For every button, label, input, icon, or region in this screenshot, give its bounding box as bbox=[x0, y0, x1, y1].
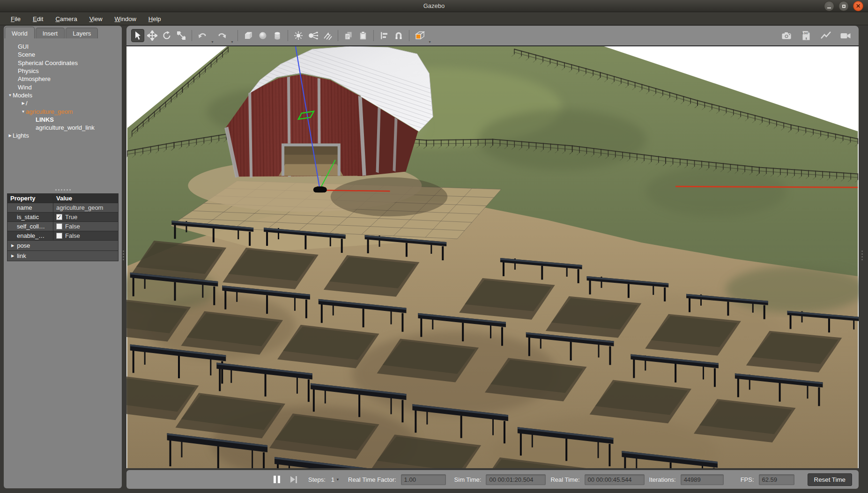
world-tree: GUI Scene Spherical Coordinates Physics … bbox=[4, 38, 122, 140]
rtf-field[interactable]: 1.00 bbox=[401, 474, 446, 485]
property-row-name: name agriculture_geom bbox=[7, 203, 118, 213]
cylinder-icon bbox=[272, 30, 282, 41]
scale-tool-button[interactable] bbox=[175, 29, 188, 42]
record-video-button[interactable] bbox=[839, 29, 852, 42]
toolbar: ▼ ▼ bbox=[126, 26, 859, 45]
window-title: Gazebo bbox=[0, 2, 868, 9]
tree-item-physics[interactable]: Physics bbox=[4, 67, 122, 75]
spot-light-button[interactable] bbox=[306, 29, 319, 42]
snap-button[interactable] bbox=[392, 29, 405, 42]
redo-history-caret[interactable]: ▼ bbox=[230, 40, 234, 45]
view-angle-button[interactable] bbox=[413, 29, 426, 42]
expand-arrow-icon[interactable]: ▶ bbox=[11, 243, 14, 248]
video-camera-icon bbox=[839, 30, 852, 41]
tree-item-agriculture-geom[interactable]: ▼agriculture_geom bbox=[4, 107, 122, 115]
menu-bar: File Edit Camera View Window Help bbox=[0, 13, 868, 25]
real-time-field: 00 00:00:45.544 bbox=[585, 474, 645, 485]
spot-light-icon bbox=[308, 30, 318, 41]
expand-arrow-icon[interactable]: ▶ bbox=[21, 101, 26, 105]
tree-item-gui[interactable]: GUI bbox=[4, 43, 122, 51]
reset-time-button[interactable]: Reset Time bbox=[808, 473, 852, 486]
tree-item-scene[interactable]: Scene bbox=[4, 51, 122, 59]
directional-light-button[interactable] bbox=[321, 29, 334, 42]
redo-button[interactable] bbox=[215, 29, 229, 42]
tab-layers[interactable]: Layers bbox=[66, 28, 98, 38]
box-icon bbox=[243, 30, 253, 41]
undo-button[interactable] bbox=[196, 29, 209, 42]
tree-item-wind[interactable]: Wind bbox=[4, 83, 122, 91]
paste-button[interactable] bbox=[356, 29, 370, 42]
right-splitter-handle[interactable] bbox=[861, 250, 863, 269]
tree-item-agriculture-world-link[interactable]: agriculture_world_link bbox=[4, 124, 122, 132]
align-icon bbox=[379, 30, 389, 41]
property-table-header: Property Value bbox=[7, 194, 118, 203]
view-angle-caret[interactable]: ▼ bbox=[428, 40, 431, 45]
expand-arrow-icon[interactable]: ▶ bbox=[7, 133, 13, 138]
insert-sphere-button[interactable] bbox=[256, 29, 269, 42]
undo-history-caret[interactable]: ▼ bbox=[211, 40, 214, 45]
translate-tool-button[interactable] bbox=[146, 29, 159, 42]
tree-item-spherical-coordinates[interactable]: Spherical Coordinates bbox=[4, 59, 122, 67]
title-bar: Gazebo ✕ bbox=[0, 0, 868, 12]
checkbox-unchecked[interactable] bbox=[56, 233, 62, 239]
rotate-icon bbox=[162, 30, 172, 41]
plot-button[interactable] bbox=[819, 29, 832, 42]
tree-item-models[interactable]: ▼Models bbox=[4, 91, 122, 99]
close-button[interactable]: ✕ bbox=[853, 1, 863, 11]
real-time-label: Real Time: bbox=[550, 476, 579, 483]
view-cube-icon bbox=[414, 30, 425, 41]
scale-icon bbox=[176, 30, 186, 41]
minimize-button[interactable] bbox=[824, 1, 834, 11]
tree-item-lights[interactable]: ▶Lights bbox=[4, 132, 122, 140]
property-group-link[interactable]: ▶ link bbox=[7, 251, 118, 261]
menu-file[interactable]: File bbox=[6, 14, 26, 24]
cursor-arrow-icon bbox=[133, 30, 143, 41]
render-view-3d[interactable] bbox=[126, 45, 859, 468]
gazebo-window: { "window": { "title": "Gazebo" }, "menu… bbox=[0, 0, 868, 493]
collapse-arrow-icon[interactable]: ▼ bbox=[21, 110, 26, 114]
point-light-icon bbox=[293, 30, 304, 41]
steps-label: Steps: bbox=[308, 476, 326, 483]
rotate-tool-button[interactable] bbox=[160, 29, 173, 42]
screenshot-button[interactable] bbox=[780, 29, 793, 42]
robot-model[interactable] bbox=[313, 186, 327, 192]
undo-icon bbox=[197, 30, 208, 41]
insert-cylinder-button[interactable] bbox=[271, 29, 284, 42]
step-button[interactable] bbox=[288, 473, 300, 486]
property-table: Property Value name agriculture_geom is_… bbox=[7, 193, 119, 261]
tab-insert[interactable]: Insert bbox=[36, 28, 65, 38]
property-row-enable-wind: enable_… False bbox=[7, 231, 118, 241]
snap-magnet-icon bbox=[393, 30, 404, 41]
select-tool-button[interactable] bbox=[131, 29, 144, 42]
tree-item-slash[interactable]: ▶/ bbox=[4, 99, 122, 107]
tab-world[interactable]: World bbox=[5, 27, 35, 38]
steps-dropdown[interactable]: 1▼ bbox=[331, 476, 340, 483]
property-group-pose[interactable]: ▶ pose bbox=[7, 241, 118, 251]
log-data-button[interactable]: LOG bbox=[800, 29, 813, 42]
menu-help[interactable]: Help bbox=[143, 14, 166, 24]
plot-line-icon bbox=[820, 30, 831, 41]
menu-view[interactable]: View bbox=[84, 14, 108, 24]
pause-button[interactable] bbox=[271, 473, 283, 486]
simulation-status-bar: Steps: 1▼ Real Time Factor: 1.00 Sim Tim… bbox=[126, 470, 859, 489]
maximize-button[interactable] bbox=[838, 1, 849, 11]
left-splitter-handle[interactable] bbox=[122, 250, 125, 269]
insert-box-button[interactable] bbox=[242, 29, 255, 42]
fps-field: 62.59 bbox=[759, 474, 794, 485]
panel-tabs: World Insert Layers bbox=[4, 26, 122, 38]
align-button[interactable] bbox=[378, 29, 391, 42]
menu-camera[interactable]: Camera bbox=[50, 14, 82, 24]
expand-arrow-icon[interactable]: ▶ bbox=[11, 254, 14, 258]
checkbox-unchecked[interactable] bbox=[56, 223, 62, 229]
tree-item-atmosphere[interactable]: Atmosphere bbox=[4, 75, 122, 83]
menu-window[interactable]: Window bbox=[110, 14, 141, 24]
checkbox-checked[interactable]: ✓ bbox=[56, 214, 62, 220]
property-row-is-static: is_static ✓ True bbox=[7, 213, 118, 222]
tree-item-links-header: LINKS bbox=[4, 116, 122, 124]
copy-button[interactable] bbox=[342, 29, 355, 42]
camera-icon bbox=[781, 30, 792, 41]
collapse-arrow-icon[interactable]: ▼ bbox=[7, 93, 13, 97]
point-light-button[interactable] bbox=[292, 29, 305, 42]
panel-splitter-handle[interactable] bbox=[49, 189, 77, 191]
menu-edit[interactable]: Edit bbox=[28, 14, 48, 24]
